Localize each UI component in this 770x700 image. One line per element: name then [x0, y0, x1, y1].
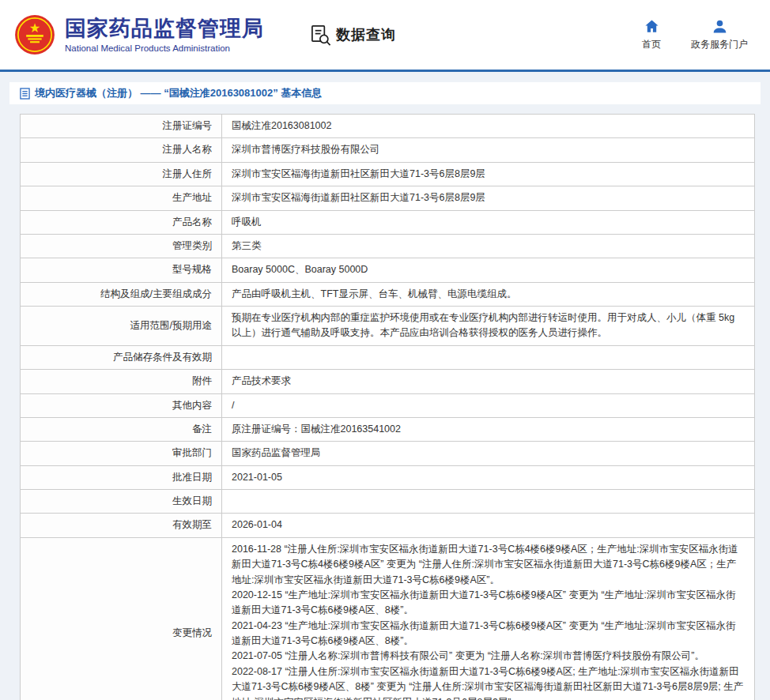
row-value: 预期在专业医疗机构内部的重症监护环境使用或在专业医疗机构内部进行转运时使用。用于… — [222, 307, 755, 346]
row-value: 呼吸机 — [222, 210, 755, 234]
row-value: Boaray 5000C、Boaray 5000D — [222, 258, 755, 282]
row-value: 国家药品监督管理局 — [222, 442, 755, 465]
row-value-change-history: 2016-11-28 “注册人住所:深圳市宝安区福永街道新田大道71-3号C栋4… — [222, 537, 755, 700]
row-value: 原注册证编号：国械注准20163541002 — [222, 417, 755, 441]
brand[interactable]: ★ 国家药品监督管理局 National Medical Products Ad… — [14, 14, 264, 55]
row-label: 备注 — [21, 417, 222, 441]
nav-portal[interactable]: 政务服务门户 — [691, 19, 748, 51]
home-icon — [644, 19, 659, 34]
row-value — [222, 490, 755, 514]
data-query-icon — [310, 24, 331, 46]
row-value — [222, 345, 755, 369]
table-row: 变更情况 2016-11-28 “注册人住所:深圳市宝安区福永街道新田大道71-… — [21, 537, 755, 700]
row-label: 注册人住所 — [21, 162, 222, 186]
org-name-cn: 国家药品监督管理局 — [65, 17, 264, 41]
row-label: 注册人名称 — [21, 138, 222, 162]
page-title: 境内医疗器械（注册） —— “国械注准20163081002” 基本信息 — [35, 86, 322, 100]
table-row: 产品储存条件及有效期 — [21, 345, 755, 369]
nav-home[interactable]: 首页 — [642, 19, 661, 51]
row-value: 深圳市普博医疗科技股份有限公司 — [222, 138, 755, 162]
row-value: 产品由呼吸机主机、TFT显示屏、台车、机械臂、电源电缆组成。 — [222, 282, 755, 306]
breadcrumb: 境内医疗器械（注册） —— “国械注准20163081002” 基本信息 — [9, 82, 761, 104]
table-row: 有效期至 2026-01-04 — [21, 514, 755, 537]
table-row: 注册人住所 深圳市宝安区福海街道新田社区新田大道71-3号6层8层9层 — [21, 162, 755, 186]
row-label: 注册证编号 — [21, 115, 222, 138]
row-value: 2021-01-05 — [222, 465, 755, 489]
row-label: 产品名称 — [21, 210, 222, 234]
document-icon — [20, 88, 30, 100]
row-value: 产品技术要求 — [222, 370, 755, 393]
table-row: 管理类别 第三类 — [21, 234, 755, 258]
row-label: 生效日期 — [21, 490, 222, 514]
nav-portal-label: 政务服务门户 — [691, 38, 748, 51]
row-value: 深圳市宝安区福海街道新田社区新田大道71-3号6层8层9层 — [222, 162, 755, 186]
row-label: 其他内容 — [21, 393, 222, 417]
table-row: 备注 原注册证编号：国械注准20163541002 — [21, 417, 755, 441]
row-label: 批准日期 — [21, 465, 222, 489]
table-row: 生效日期 — [21, 490, 755, 514]
row-label: 变更情况 — [21, 537, 222, 700]
row-value: 2026-01-04 — [222, 514, 755, 537]
row-value: 深圳市宝安区福海街道新田社区新田大道71-3号6层8层9层 — [222, 186, 755, 210]
header-nav: 首页 政务服务门户 — [642, 19, 748, 51]
org-name-en: National Medical Products Administration — [65, 43, 264, 53]
brand-text: 国家药品监督管理局 National Medical Products Admi… — [65, 17, 264, 52]
row-label: 产品储存条件及有效期 — [21, 345, 222, 369]
nmpa-emblem-logo: ★ — [14, 14, 55, 55]
row-value: / — [222, 393, 755, 417]
row-label: 型号规格 — [21, 258, 222, 282]
row-value: 国械注准20163081002 — [222, 115, 755, 138]
svg-text:★: ★ — [29, 21, 41, 36]
row-label: 审批部门 — [21, 442, 222, 465]
nav-home-label: 首页 — [642, 38, 661, 51]
data-query-label: 数据查询 — [336, 25, 396, 44]
row-label: 有效期至 — [21, 514, 222, 537]
user-icon — [712, 19, 727, 34]
data-query-nav[interactable]: 数据查询 — [310, 24, 396, 46]
header-divider — [0, 70, 770, 72]
site-header: ★ 国家药品监督管理局 National Medical Products Ad… — [0, 0, 770, 70]
row-label: 结构及组成/主要组成成分 — [21, 282, 222, 306]
row-label: 生产地址 — [21, 186, 222, 210]
table-row: 审批部门 国家药品监督管理局 — [21, 442, 755, 465]
table-row: 适用范围/预期用途 预期在专业医疗机构内部的重症监护环境使用或在专业医疗机构内部… — [21, 307, 755, 346]
row-label: 适用范围/预期用途 — [21, 307, 222, 346]
table-row: 结构及组成/主要组成成分 产品由呼吸机主机、TFT显示屏、台车、机械臂、电源电缆… — [21, 282, 755, 306]
row-value: 第三类 — [222, 234, 755, 258]
row-label: 管理类别 — [21, 234, 222, 258]
table-row: 生产地址 深圳市宝安区福海街道新田社区新田大道71-3号6层8层9层 — [21, 186, 755, 210]
table-row: 注册证编号 国械注准20163081002 — [21, 115, 755, 138]
table-row: 产品名称 呼吸机 — [21, 210, 755, 234]
table-row: 其他内容 / — [21, 393, 755, 417]
row-label: 附件 — [21, 370, 222, 393]
table-row: 附件 产品技术要求 — [21, 370, 755, 393]
info-table-wrap: 注册证编号 国械注准20163081002 注册人名称 深圳市普博医疗科技股份有… — [20, 114, 755, 700]
table-row: 批准日期 2021-01-05 — [21, 465, 755, 489]
info-table: 注册证编号 国械注准20163081002 注册人名称 深圳市普博医疗科技股份有… — [20, 114, 755, 700]
table-row: 注册人名称 深圳市普博医疗科技股份有限公司 — [21, 138, 755, 162]
table-row: 型号规格 Boaray 5000C、Boaray 5000D — [21, 258, 755, 282]
